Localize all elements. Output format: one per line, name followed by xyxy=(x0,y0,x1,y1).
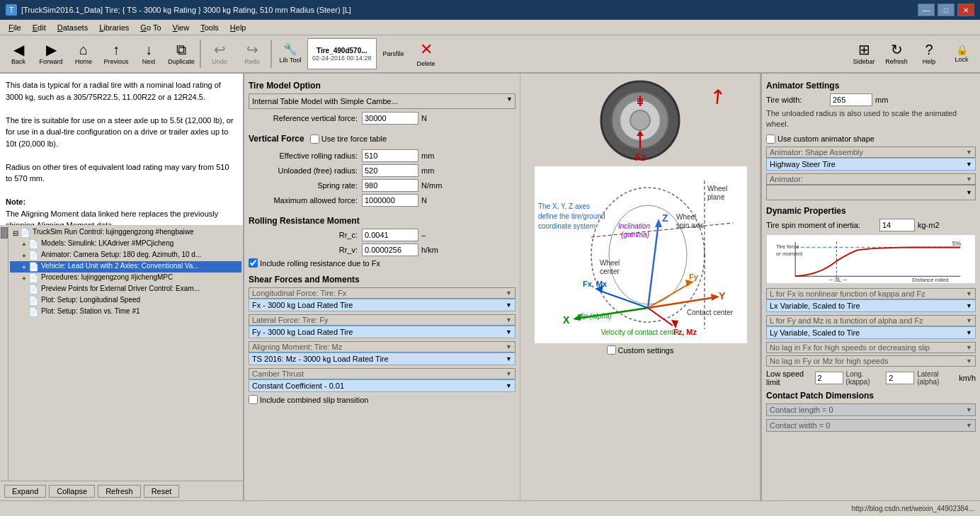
parsfile-button[interactable]: Parsfile xyxy=(378,37,409,71)
l-for-fy-value[interactable]: Ly Variable, Scaled to Tire xyxy=(766,326,976,339)
reset-button[interactable]: Reset xyxy=(144,485,180,498)
svg-text:Wheel: Wheel xyxy=(676,213,696,221)
redo-button[interactable]: ↪ Redo xyxy=(237,37,268,71)
next-button[interactable]: ↓ Next xyxy=(133,37,164,71)
custom-settings-check[interactable]: Custom settings xyxy=(607,345,674,355)
l-for-fy-label[interactable]: L for Fy and Mz is a function of alpha a… xyxy=(766,315,976,326)
status-bar: http://blog.csdn.net/weixin_44902384... xyxy=(0,500,980,516)
collapse-button[interactable]: Collapse xyxy=(49,485,95,498)
sf-value-2[interactable]: TS 2016: Mz - 3000 kg Load Rated Tire xyxy=(249,352,515,365)
tree-item-7[interactable]: 📄 Plot: Setup: Station vs. Time #1 xyxy=(10,306,241,318)
combined-slip-check[interactable]: Include combined slip transition xyxy=(249,395,515,404)
tire-model-dropdown-wrap: Internal Table Model with Simple Cambe..… xyxy=(249,93,515,109)
l-for-fx-value[interactable]: Lx Variable, Scaled to Tire xyxy=(766,299,976,312)
custom-shape-check[interactable]: Use custom animator shape xyxy=(766,134,976,144)
lock-button[interactable]: 🔒 Lock xyxy=(946,37,977,71)
tree-item-0[interactable]: ⊟ 📄 TruckSim Run Control: lujinggengzong… xyxy=(10,227,241,239)
contact-width-dropdown[interactable]: Contact width = 0 xyxy=(766,419,976,432)
animator-label[interactable]: Animator: xyxy=(766,173,976,185)
spin-inertia-input[interactable] xyxy=(879,219,915,231)
tree-expand-0[interactable]: ⊟ xyxy=(11,228,20,238)
tire-model-dropdown[interactable]: Internal Table Model with Simple Cambe..… xyxy=(249,93,515,109)
rr-input-1[interactable] xyxy=(362,243,418,256)
tree-expand-2[interactable]: + xyxy=(20,251,28,260)
refresh-button[interactable]: ↻ Refresh xyxy=(881,37,912,71)
close-button[interactable]: ✕ xyxy=(957,4,974,16)
tree-expand-7[interactable] xyxy=(20,307,28,317)
rr-checkbox-row[interactable]: Include rolling resistance due to Fx xyxy=(249,258,515,268)
vf-input-1[interactable] xyxy=(362,164,418,177)
vf-input-3[interactable] xyxy=(362,194,418,207)
no-lag-fx-row[interactable]: No lag in Fx for high speeds or decreasi… xyxy=(766,342,976,353)
scroll-thumb[interactable] xyxy=(1,227,8,239)
rr-checkbox[interactable] xyxy=(249,258,258,268)
shape-assembly-label[interactable]: Animator: Shape Assembly xyxy=(766,147,976,158)
custom-shape-checkbox[interactable] xyxy=(766,134,775,144)
duplicate-button[interactable]: ⧉ Duplicate xyxy=(166,37,197,71)
tree-expand-4[interactable]: + xyxy=(20,273,28,283)
tree-expand-3[interactable]: + xyxy=(20,262,28,272)
menu-file[interactable]: File xyxy=(3,22,27,33)
tree-item-1[interactable]: + 📄 Models: Simulink: LKAdriver #MPCjich… xyxy=(10,239,241,250)
vf-input-0[interactable] xyxy=(362,149,418,162)
lateral-alpha-input[interactable] xyxy=(886,372,914,384)
sf-group-2: Aligning Moment: Tire: Mz TS 2016: Mz - … xyxy=(249,341,515,365)
menu-libraries[interactable]: Libraries xyxy=(93,22,135,33)
minimize-button[interactable]: — xyxy=(918,4,935,16)
sf-label-1[interactable]: Lateral Force: Tire: Fy xyxy=(249,314,515,326)
sf-value-1[interactable]: Fy - 3000 kg Load Rated Tire ← xyxy=(249,326,515,338)
lib-tool-icon: 🔧 xyxy=(283,44,297,55)
animator-row: Animator: ▼ xyxy=(766,173,976,200)
tree-expand-6[interactable] xyxy=(20,296,28,306)
contact-length-dropdown[interactable]: Contact length = 0 xyxy=(766,403,976,416)
tree-item-5[interactable]: 📄 Preview Points for External Driver Con… xyxy=(10,284,241,295)
home-button[interactable]: ⌂ Home xyxy=(68,37,99,71)
sf-value-0[interactable]: Fx - 3000 kg Load Rated Tire xyxy=(249,299,515,311)
shape-assembly-value[interactable]: Highway Steer Tire xyxy=(766,158,976,171)
menu-goto[interactable]: Go To xyxy=(135,22,166,33)
menu-view[interactable]: View xyxy=(167,22,195,33)
vf-label-1: Unloaded (free) radius: xyxy=(249,166,362,175)
back-button[interactable]: ◀ Back xyxy=(3,37,34,71)
tree-item-4[interactable]: + 📄 Procedures: lujinggengzong #jichengM… xyxy=(10,273,241,284)
expand-button[interactable]: Expand xyxy=(4,485,46,498)
tree-expand-1[interactable]: + xyxy=(20,239,28,249)
sf-label-3[interactable]: Camber Thrust xyxy=(249,368,515,379)
tree-item-2[interactable]: + 📄 Animator: Camera Setup: 180 deg. Azi… xyxy=(10,250,241,261)
forward-button[interactable]: ▶ Forward xyxy=(35,37,67,71)
use-tire-force-checkbox[interactable] xyxy=(310,134,319,144)
previous-button[interactable]: ↑ Previous xyxy=(101,37,132,71)
menu-tools[interactable]: Tools xyxy=(195,22,224,33)
sidebar-button[interactable]: ⊞ Sidebar xyxy=(848,37,879,71)
l-for-fx-label[interactable]: L for Fx is nonlinear function of kappa … xyxy=(766,288,976,299)
no-lag-fy-row[interactable]: No lag in Fy or Mz for high speeds xyxy=(766,355,976,367)
use-tire-force-check[interactable]: Use tire force table xyxy=(310,134,387,144)
svg-text:plane: plane xyxy=(707,193,725,201)
menu-help[interactable]: Help xyxy=(224,22,252,33)
tree-expand-5[interactable] xyxy=(20,285,28,294)
undo-button[interactable]: ↩ Undo xyxy=(204,37,235,71)
force-chart-svg: 5% ←3L→ Tire force or moment Distance ro… xyxy=(767,235,975,283)
sf-label-2[interactable]: Aligning Moment: Tire: Mz xyxy=(249,341,515,352)
svg-text:Wheel: Wheel xyxy=(707,185,727,193)
tree-item-3[interactable]: + 📄 Vehicle: Lead Unit with 2 Axles: Con… xyxy=(10,261,241,273)
sf-label-0[interactable]: Longitudinal Force: Tire: Fx xyxy=(249,287,515,299)
refresh-tree-button[interactable]: Refresh xyxy=(98,485,141,498)
custom-settings-checkbox[interactable] xyxy=(607,345,616,355)
delete-button[interactable]: ✕ Delete xyxy=(411,37,442,71)
scroll-indicator xyxy=(0,226,8,481)
menu-datasets[interactable]: Datasets xyxy=(52,22,93,33)
maximize-button[interactable]: □ xyxy=(938,4,955,16)
menu-edit[interactable]: Edit xyxy=(27,22,52,33)
tree-item-6[interactable]: 📄 Plot: Setup: Longitudinal Speed xyxy=(10,295,241,306)
animator-value-dropdown[interactable]: ▼ xyxy=(766,185,976,200)
combined-slip-checkbox[interactable] xyxy=(249,395,258,404)
tire-width-input[interactable] xyxy=(830,93,872,106)
rr-input-0[interactable] xyxy=(362,229,418,241)
ref-force-input[interactable] xyxy=(362,112,418,125)
long-kappa-input[interactable] xyxy=(815,372,843,384)
help-button[interactable]: ? Help xyxy=(913,37,945,71)
lib-tool-button[interactable]: 🔧 Lib Tool xyxy=(275,37,306,71)
vf-input-2[interactable] xyxy=(362,179,418,192)
sf-value-3[interactable]: Constant Coefficient - 0.01 xyxy=(249,379,515,392)
